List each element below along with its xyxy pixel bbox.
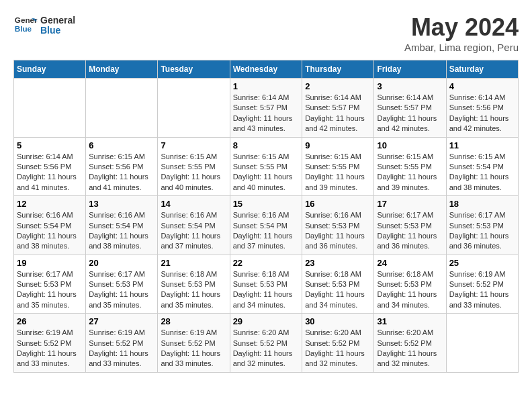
day-number: 13 xyxy=(89,199,154,209)
day-number: 24 xyxy=(377,258,443,268)
calendar-cell: 13Sunrise: 6:16 AMSunset: 5:54 PMDayligh… xyxy=(86,196,158,255)
day-number: 10 xyxy=(377,140,443,150)
header-cell-saturday: Saturday xyxy=(446,60,518,79)
cell-content: Sunrise: 6:18 AMSunset: 5:53 PMDaylight:… xyxy=(161,269,226,311)
cell-content: Sunrise: 6:20 AMSunset: 5:52 PMDaylight:… xyxy=(305,328,371,369)
header: General Blue General Blue May 2024 Ambar… xyxy=(13,13,519,53)
calendar-cell: 30Sunrise: 6:20 AMSunset: 5:52 PMDayligh… xyxy=(302,314,374,373)
day-number: 15 xyxy=(233,199,300,209)
day-number: 14 xyxy=(161,199,226,209)
calendar-cell: 21Sunrise: 6:18 AMSunset: 5:53 PMDayligh… xyxy=(158,255,230,314)
header-row: SundayMondayTuesdayWednesdayThursdayFrid… xyxy=(14,60,519,79)
cell-content: Sunrise: 6:18 AMSunset: 5:53 PMDaylight:… xyxy=(233,269,300,311)
day-number: 25 xyxy=(449,258,515,268)
calendar-cell: 9Sunrise: 6:15 AMSunset: 5:55 PMDaylight… xyxy=(302,137,374,196)
day-number: 2 xyxy=(305,81,371,91)
day-number: 27 xyxy=(89,316,154,326)
day-number: 9 xyxy=(305,140,371,150)
main-title: May 2024 xyxy=(404,13,519,42)
cell-content: Sunrise: 6:19 AMSunset: 5:52 PMDaylight:… xyxy=(161,328,226,369)
cell-content: Sunrise: 6:14 AMSunset: 5:57 PMDaylight:… xyxy=(305,93,371,134)
day-number: 26 xyxy=(17,316,83,326)
day-number: 5 xyxy=(17,140,83,150)
day-number: 22 xyxy=(233,258,300,268)
cell-content: Sunrise: 6:19 AMSunset: 5:52 PMDaylight:… xyxy=(449,269,515,311)
calendar-cell: 7Sunrise: 6:15 AMSunset: 5:55 PMDaylight… xyxy=(158,137,230,196)
calendar-cell: 6Sunrise: 6:15 AMSunset: 5:56 PMDaylight… xyxy=(86,137,158,196)
week-row-1: 1Sunrise: 6:14 AMSunset: 5:57 PMDaylight… xyxy=(14,79,519,138)
day-number: 17 xyxy=(377,199,443,209)
day-number: 21 xyxy=(161,258,226,268)
day-number: 31 xyxy=(377,316,443,326)
calendar-cell: 12Sunrise: 6:16 AMSunset: 5:54 PMDayligh… xyxy=(14,196,86,255)
cell-content: Sunrise: 6:19 AMSunset: 5:52 PMDaylight:… xyxy=(17,328,83,369)
calendar-cell: 27Sunrise: 6:19 AMSunset: 5:52 PMDayligh… xyxy=(86,314,158,373)
day-number: 30 xyxy=(305,316,371,326)
calendar-cell xyxy=(446,314,518,373)
logo-icon: General Blue xyxy=(13,13,38,38)
day-number: 8 xyxy=(233,140,300,150)
title-area: May 2024 Ambar, Lima region, Peru xyxy=(404,13,519,53)
logo-line1: General xyxy=(40,15,75,26)
calendar-cell: 29Sunrise: 6:20 AMSunset: 5:52 PMDayligh… xyxy=(230,314,302,373)
week-row-2: 5Sunrise: 6:14 AMSunset: 5:56 PMDaylight… xyxy=(14,137,519,196)
day-number: 20 xyxy=(89,258,154,268)
cell-content: Sunrise: 6:20 AMSunset: 5:52 PMDaylight:… xyxy=(233,328,300,369)
calendar-cell xyxy=(14,79,86,138)
week-row-5: 26Sunrise: 6:19 AMSunset: 5:52 PMDayligh… xyxy=(14,314,519,373)
day-number: 19 xyxy=(17,258,83,268)
calendar-table: SundayMondayTuesdayWednesdayThursdayFrid… xyxy=(13,60,519,373)
day-number: 7 xyxy=(161,140,226,150)
calendar-cell: 4Sunrise: 6:14 AMSunset: 5:56 PMDaylight… xyxy=(446,79,518,138)
day-number: 23 xyxy=(305,258,371,268)
week-row-3: 12Sunrise: 6:16 AMSunset: 5:54 PMDayligh… xyxy=(14,196,519,255)
day-number: 16 xyxy=(305,199,371,209)
cell-content: Sunrise: 6:15 AMSunset: 5:55 PMDaylight:… xyxy=(377,152,443,193)
calendar-cell: 3Sunrise: 6:14 AMSunset: 5:57 PMDaylight… xyxy=(374,79,446,138)
calendar-cell: 20Sunrise: 6:17 AMSunset: 5:53 PMDayligh… xyxy=(86,255,158,314)
calendar-cell: 11Sunrise: 6:15 AMSunset: 5:54 PMDayligh… xyxy=(446,137,518,196)
cell-content: Sunrise: 6:16 AMSunset: 5:53 PMDaylight:… xyxy=(305,210,371,252)
cell-content: Sunrise: 6:18 AMSunset: 5:53 PMDaylight:… xyxy=(305,269,371,311)
day-number: 28 xyxy=(161,316,226,326)
cell-content: Sunrise: 6:17 AMSunset: 5:53 PMDaylight:… xyxy=(377,210,443,252)
cell-content: Sunrise: 6:16 AMSunset: 5:54 PMDaylight:… xyxy=(89,210,154,252)
cell-content: Sunrise: 6:14 AMSunset: 5:57 PMDaylight:… xyxy=(377,93,443,134)
header-cell-wednesday: Wednesday xyxy=(230,60,302,79)
cell-content: Sunrise: 6:14 AMSunset: 5:57 PMDaylight:… xyxy=(233,93,300,134)
calendar-cell: 1Sunrise: 6:14 AMSunset: 5:57 PMDaylight… xyxy=(230,79,302,138)
cell-content: Sunrise: 6:15 AMSunset: 5:55 PMDaylight:… xyxy=(305,152,371,193)
cell-content: Sunrise: 6:16 AMSunset: 5:54 PMDaylight:… xyxy=(233,210,300,252)
day-number: 3 xyxy=(377,81,443,91)
calendar-cell: 31Sunrise: 6:20 AMSunset: 5:52 PMDayligh… xyxy=(374,314,446,373)
week-row-4: 19Sunrise: 6:17 AMSunset: 5:53 PMDayligh… xyxy=(14,255,519,314)
calendar-cell: 25Sunrise: 6:19 AMSunset: 5:52 PMDayligh… xyxy=(446,255,518,314)
subtitle: Ambar, Lima region, Peru xyxy=(404,42,519,53)
day-number: 4 xyxy=(449,81,515,91)
cell-content: Sunrise: 6:20 AMSunset: 5:52 PMDaylight:… xyxy=(377,328,443,369)
header-cell-friday: Friday xyxy=(374,60,446,79)
calendar-cell: 2Sunrise: 6:14 AMSunset: 5:57 PMDaylight… xyxy=(302,79,374,138)
calendar-cell: 26Sunrise: 6:19 AMSunset: 5:52 PMDayligh… xyxy=(14,314,86,373)
day-number: 11 xyxy=(449,140,515,150)
cell-content: Sunrise: 6:17 AMSunset: 5:53 PMDaylight:… xyxy=(449,210,515,252)
cell-content: Sunrise: 6:14 AMSunset: 5:56 PMDaylight:… xyxy=(17,152,83,193)
cell-content: Sunrise: 6:14 AMSunset: 5:56 PMDaylight:… xyxy=(449,93,515,134)
calendar-cell: 5Sunrise: 6:14 AMSunset: 5:56 PMDaylight… xyxy=(14,137,86,196)
cell-content: Sunrise: 6:15 AMSunset: 5:55 PMDaylight:… xyxy=(161,152,226,193)
cell-content: Sunrise: 6:16 AMSunset: 5:54 PMDaylight:… xyxy=(161,210,226,252)
calendar-cell: 18Sunrise: 6:17 AMSunset: 5:53 PMDayligh… xyxy=(446,196,518,255)
calendar-cell: 28Sunrise: 6:19 AMSunset: 5:52 PMDayligh… xyxy=(158,314,230,373)
day-number: 29 xyxy=(233,316,300,326)
day-number: 6 xyxy=(89,140,154,150)
svg-text:Blue: Blue xyxy=(15,24,32,33)
cell-content: Sunrise: 6:15 AMSunset: 5:55 PMDaylight:… xyxy=(233,152,300,193)
day-number: 18 xyxy=(449,199,515,209)
calendar-cell: 16Sunrise: 6:16 AMSunset: 5:53 PMDayligh… xyxy=(302,196,374,255)
logo-line2: Blue xyxy=(40,26,75,36)
calendar-cell: 17Sunrise: 6:17 AMSunset: 5:53 PMDayligh… xyxy=(374,196,446,255)
cell-content: Sunrise: 6:18 AMSunset: 5:53 PMDaylight:… xyxy=(377,269,443,311)
calendar-cell: 10Sunrise: 6:15 AMSunset: 5:55 PMDayligh… xyxy=(374,137,446,196)
cell-content: Sunrise: 6:17 AMSunset: 5:53 PMDaylight:… xyxy=(17,269,83,311)
logo: General Blue General Blue xyxy=(13,13,75,38)
